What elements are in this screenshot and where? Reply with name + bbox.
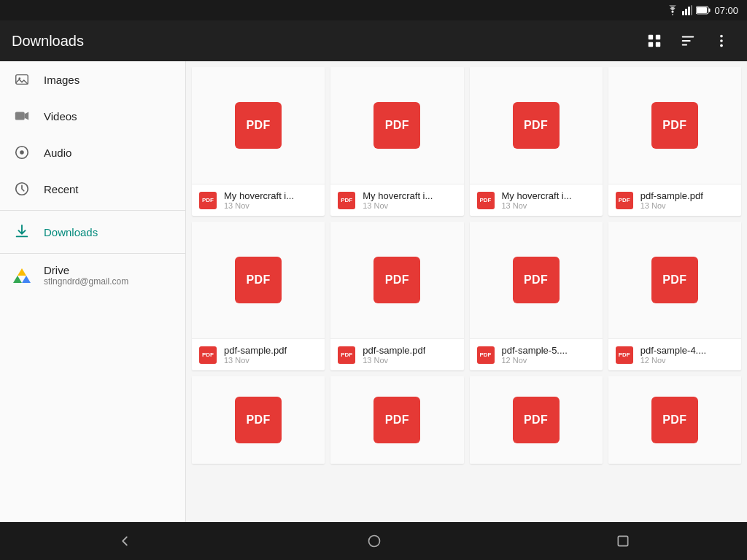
file-name: pdf-sample-5.... <box>502 345 568 356</box>
list-item[interactable]: PDF PDF My hovercraft i... 13 Nov <box>330 67 463 216</box>
top-bar: Downloads <box>0 20 747 61</box>
pdf-icon: PDF <box>374 102 420 149</box>
svg-rect-3 <box>691 5 692 15</box>
back-button[interactable] <box>88 526 162 556</box>
svg-rect-9 <box>649 42 653 47</box>
pdf-icon: PDF <box>374 397 420 443</box>
file-type-icon: PDF <box>199 346 217 364</box>
svg-point-29 <box>368 536 379 547</box>
file-info: PDF pdf-sample.pdf 13 Nov <box>192 338 325 370</box>
list-item[interactable]: PDF <box>192 376 325 464</box>
signal-icon <box>682 5 692 15</box>
file-meta: pdf-sample.pdf 13 Nov <box>363 345 425 365</box>
file-name: pdf-sample.pdf <box>640 190 703 201</box>
list-item[interactable]: PDF PDF pdf-sample-4.... 12 Nov <box>608 222 741 370</box>
sidebar-label-downloads: Downloads <box>44 226 98 238</box>
svg-rect-10 <box>656 42 660 47</box>
more-options-button[interactable] <box>708 27 735 55</box>
main-layout: Images Videos Audio <box>0 61 747 522</box>
images-icon <box>12 71 32 88</box>
home-button[interactable] <box>338 526 411 556</box>
list-item[interactable]: PDF PDF pdf-sample-5.... 12 Nov <box>470 222 603 370</box>
svg-rect-13 <box>682 44 687 46</box>
svg-rect-12 <box>682 40 691 42</box>
file-info: PDF My hovercraft i... 13 Nov <box>470 184 603 216</box>
pdf-icon: PDF <box>651 102 698 149</box>
pdf-icon: PDF <box>651 397 698 443</box>
list-item[interactable]: PDF <box>470 376 603 464</box>
downloads-icon <box>12 224 32 240</box>
file-grid-row-1: PDF PDF My hovercraft i... 13 Nov PDF PD… <box>192 67 741 216</box>
list-item[interactable]: PDF PDF pdf-sample.pdf 13 Nov <box>330 222 463 370</box>
pdf-icon: PDF <box>651 257 698 303</box>
sidebar-item-images[interactable]: Images <box>0 61 185 98</box>
wifi-icon <box>667 5 678 15</box>
file-date: 12 Nov <box>502 356 568 365</box>
pdf-icon: PDF <box>513 102 560 149</box>
content-area: PDF PDF My hovercraft i... 13 Nov PDF PD… <box>186 61 747 522</box>
file-preview: PDF <box>330 67 463 184</box>
clock: 07:00 <box>714 5 738 16</box>
file-name: pdf-sample-4.... <box>640 345 706 356</box>
drive-icon <box>12 265 32 286</box>
svg-point-16 <box>720 44 723 47</box>
list-item[interactable]: PDF PDF pdf-sample.pdf 13 Nov <box>608 67 741 216</box>
battery-icon <box>696 6 711 15</box>
file-name: pdf-sample.pdf <box>224 345 287 356</box>
home-icon <box>367 534 382 548</box>
file-preview: PDF <box>608 222 741 338</box>
drive-name: Drive <box>44 264 128 276</box>
grid-view-button[interactable] <box>640 27 668 55</box>
svg-rect-6 <box>697 7 707 13</box>
file-type-icon: PDF <box>338 192 355 209</box>
svg-rect-7 <box>649 35 653 39</box>
svg-rect-19 <box>15 112 25 120</box>
file-info: PDF pdf-sample.pdf 13 Nov <box>608 184 741 216</box>
sidebar-item-drive[interactable]: Drive stlngndrd@gmail.com <box>0 257 185 294</box>
file-type-icon: PDF <box>199 192 217 209</box>
list-item[interactable]: PDF PDF My hovercraft i... 13 Nov <box>192 67 325 216</box>
list-item[interactable]: PDF PDF pdf-sample.pdf 13 Nov <box>192 222 325 370</box>
sidebar-item-audio[interactable]: Audio <box>0 134 185 171</box>
file-type-icon: PDF <box>338 346 355 364</box>
status-icons: 07:00 <box>667 5 738 16</box>
pdf-icon: PDF <box>513 257 560 303</box>
file-grid-row-3: PDF PDF PDF PDF <box>192 376 741 464</box>
status-bar: 07:00 <box>0 0 747 20</box>
svg-rect-1 <box>685 9 687 15</box>
file-preview: PDF <box>330 222 463 338</box>
list-item[interactable]: PDF PDF My hovercraft i... 13 Nov <box>470 67 603 216</box>
sidebar-item-recent[interactable]: Recent <box>0 171 185 207</box>
list-item[interactable]: PDF <box>330 376 463 464</box>
sidebar-item-videos[interactable]: Videos <box>0 98 185 134</box>
grid-view-icon <box>646 33 662 49</box>
file-type-icon: PDF <box>477 346 495 364</box>
file-name: My hovercraft i... <box>363 190 433 201</box>
drive-info: Drive stlngndrd@gmail.com <box>44 264 128 287</box>
file-date: 12 Nov <box>640 356 706 365</box>
file-date: 13 Nov <box>224 201 294 210</box>
file-meta: pdf-sample-5.... 12 Nov <box>502 345 568 365</box>
file-name: pdf-sample.pdf <box>363 345 425 356</box>
svg-point-21 <box>20 150 24 155</box>
file-date: 13 Nov <box>363 201 433 210</box>
file-preview: PDF <box>470 376 603 464</box>
file-preview: PDF <box>608 67 741 184</box>
svg-point-15 <box>720 39 723 42</box>
file-preview: PDF <box>470 67 603 184</box>
recent-icon <box>12 181 32 197</box>
pdf-icon: PDF <box>374 257 420 303</box>
videos-icon <box>12 108 32 124</box>
file-type-icon: PDF <box>616 346 633 364</box>
recents-button[interactable] <box>587 526 659 556</box>
file-preview: PDF <box>192 376 325 464</box>
file-preview: PDF <box>192 67 325 184</box>
file-meta: pdf-sample.pdf 13 Nov <box>640 190 703 210</box>
svg-rect-30 <box>618 536 627 545</box>
file-date: 13 Nov <box>502 201 572 210</box>
file-type-icon: PDF <box>616 192 633 209</box>
file-date: 13 Nov <box>640 201 703 210</box>
sort-button[interactable] <box>674 27 702 55</box>
list-item[interactable]: PDF <box>608 376 741 464</box>
sidebar-item-downloads[interactable]: Downloads <box>0 214 185 250</box>
